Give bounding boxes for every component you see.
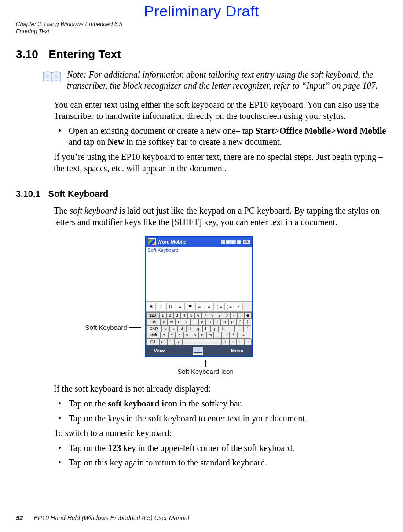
subsection-title: Soft Keyboard [48,189,109,199]
key-apostrophe[interactable]: ' [243,325,252,332]
key-intl[interactable]: áü [160,339,167,345]
key-n[interactable]: n [199,332,206,339]
key-8[interactable]: 8 [209,312,216,319]
key-r[interactable]: r [183,319,191,325]
key-6[interactable]: 6 [195,312,202,319]
manual-title: EP10 Hand-Held (Windows Embedded 6.5) Us… [34,514,189,521]
soft-keyboard-icon[interactable] [193,347,203,355]
key-backslash[interactable]: \ [175,339,182,345]
key-rbracket[interactable]: ] [244,319,251,325]
key-l[interactable]: l [227,325,235,332]
key-i[interactable]: i [213,319,221,325]
key-0[interactable]: 0 [223,312,230,319]
check-button[interactable]: ✓ [234,303,243,310]
key-m[interactable]: m [206,332,214,339]
softkey-view[interactable]: View [154,348,165,353]
key-equals[interactable]: = [237,312,244,319]
key-j[interactable]: j [210,325,219,332]
not-displayed-paragraph: If the soft keyboard is not already disp… [54,383,387,395]
key-cap[interactable]: CAP [146,325,161,332]
key-ctl[interactable]: Ctl [146,339,160,345]
key-comma[interactable]: , [214,332,221,339]
key-shift[interactable]: Shift [146,332,161,339]
note-text: For additional information about tailori… [67,70,378,91]
key-3[interactable]: 3 [173,312,180,319]
key-2[interactable]: 2 [166,312,173,319]
key-u[interactable]: u [206,319,213,325]
key-tab[interactable]: Tab [146,319,161,325]
align-center-button[interactable]: ≣ [186,303,194,310]
key-enter[interactable]: ↵ [237,332,252,339]
key-q[interactable]: q [160,319,168,325]
key-minus[interactable]: - [230,312,237,319]
screenshot-figure: Soft Keyboard Word Mobile ◌⇆▮◀ ok Soft K… [16,236,387,357]
key-5[interactable]: 5 [187,312,194,319]
key-k[interactable]: k [219,325,227,332]
soft-keyboard[interactable]: 123 1 2 3 4 5 6 7 8 9 0 - = ◆ Tab [146,312,252,345]
bold-button[interactable]: B [147,303,156,310]
key-4[interactable]: 4 [180,312,187,319]
key-y[interactable]: y [198,319,206,325]
page-footer: 52 EP10 Hand-Held (Windows Embedded 6.5)… [16,514,189,521]
callout-soft-keyboard-icon: Soft Keyboard Icon [16,360,387,375]
document-text: Soft Keyboard [148,248,179,253]
callout-line [129,327,141,328]
key-p[interactable]: p [229,319,236,325]
key-right[interactable]: → [244,339,252,345]
key-9[interactable]: 9 [216,312,223,319]
key-s[interactable]: s [169,325,178,332]
key-b[interactable]: b [191,332,198,339]
key-v[interactable]: v [183,332,191,339]
italic-button[interactable]: I [157,303,165,310]
ok-button[interactable]: ok [243,240,250,244]
callout-soft-keyboard: Soft Keyboard [85,324,141,331]
key-123[interactable]: 123 [146,312,159,319]
running-header: Chapter 3: Using Windows Embedded 6.5 En… [16,21,387,35]
windows-flag-icon [148,238,156,245]
key-e[interactable]: e [176,319,183,325]
key-f[interactable]: f [186,325,194,332]
key-7[interactable]: 7 [202,312,209,319]
align-right-button[interactable]: ≡ [195,303,204,310]
key-backtick[interactable]: ` [167,339,175,345]
key-z[interactable]: z [160,332,168,339]
key-g[interactable]: g [194,325,202,332]
bullets-button[interactable]: ⋮≡ [215,303,223,310]
device-titlebar: Word Mobile ◌⇆▮◀ ok [146,237,252,247]
align-justify-button[interactable]: ≡ [205,303,214,310]
underline-button[interactable]: U [166,303,175,310]
key-left[interactable]: ← [237,339,244,345]
key-up[interactable]: ↑ [229,339,237,345]
section-heading: 3.10Entering Text [16,48,387,61]
intro-paragraph: You can enter text using either the soft… [54,100,387,122]
device-softkey-bar: View Menu [146,345,252,356]
key-d[interactable]: d [178,325,186,332]
step-tap-keys: Tap on the keys in the soft keyboard to … [54,413,387,425]
key-lbracket[interactable]: [ [236,319,244,325]
key-w[interactable]: w [168,319,175,325]
hardware-keyboard-paragraph: If you’re using the EP10 keyboard to ent… [54,151,387,174]
key-space[interactable] [182,339,222,345]
formatting-toolbar: B I U ≡ ≣ ≡ ≡ ⋮≡ ⋮≡ ✓ [146,301,252,312]
align-left-button[interactable]: ≡ [176,303,185,310]
key-t[interactable]: t [191,319,198,325]
key-c[interactable]: c [176,332,183,339]
key-slash[interactable]: / [229,332,237,339]
key-bksp[interactable]: ◆ [244,312,251,319]
switch-paragraph: To switch to a numeric keyboard: [54,428,387,439]
key-period[interactable]: . [222,332,229,339]
section-title: Entering Text [49,48,121,61]
key-down[interactable]: ↓ [222,339,229,345]
key-1[interactable]: 1 [159,312,166,319]
info-note: Note: For additional information about t… [42,69,387,92]
key-x[interactable]: x [168,332,176,339]
document-area[interactable]: Soft Keyboard [146,247,252,301]
key-h[interactable]: h [202,325,211,332]
step-return-standard: Tap on this key again to return to the s… [54,457,387,469]
key-o[interactable]: o [221,319,228,325]
numbering-button[interactable]: ⋮≡ [224,303,233,310]
softkey-menu[interactable]: Menu [231,348,244,353]
key-semicolon[interactable]: ; [235,325,243,332]
key-a[interactable]: a [161,325,170,332]
runhead-line1: Chapter 3: Using Windows Embedded 6.5 [16,21,387,28]
